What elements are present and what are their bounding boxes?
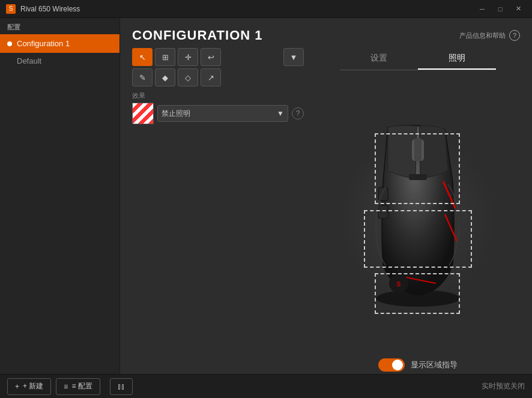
active-dot — [7, 41, 12, 46]
config-button[interactable]: ≡ ≡ 配置 — [56, 378, 100, 395]
sidebar: 配置 Configuration 1 Default — [0, 18, 120, 374]
effect-selector: 禁止照明 ▼ ? — [132, 103, 304, 124]
titlebar-left: S Rival 650 Wireless — [6, 4, 80, 14]
tab-bar: 设置 照明 — [340, 48, 496, 70]
effect-preview — [132, 103, 154, 124]
effect-dropdown-value: 禁止照明 — [162, 109, 190, 119]
scroll-wheel-inner — [414, 138, 422, 161]
maximize-button[interactable]: □ — [492, 3, 508, 15]
effect-stripe — [133, 103, 153, 124]
right-panel: 设置 照明 — [316, 48, 520, 374]
new-config-button[interactable]: + + 新建 — [7, 378, 51, 395]
crosshair-tool-button[interactable]: ✛ — [178, 48, 198, 66]
titlebar-controls: ─ □ ✕ — [474, 3, 526, 15]
side-button-forward — [378, 205, 388, 219]
region-indicator: 显示区域指导 — [378, 358, 458, 372]
content-area: CONFIGURATION 1 产品信息和帮助 ? ↖ ⊞ ✛ ↩ ▼ — [120, 18, 532, 374]
close-button[interactable]: ✕ — [510, 3, 526, 15]
main-layout: 配置 Configuration 1 Default CONFIGURATION… — [0, 18, 532, 374]
product-info-label: 产品信息和帮助 — [459, 31, 506, 40]
cursor-tool-button[interactable]: ↖ — [132, 48, 153, 66]
mouse-container: S — [316, 76, 520, 352]
region-label: 显示区域指导 — [411, 360, 458, 370]
mouse-svg: S — [352, 121, 484, 307]
effect-dropdown-arrow: ▼ — [277, 109, 284, 118]
effect-help-icon[interactable]: ? — [292, 107, 304, 119]
product-info-button[interactable]: 产品信息和帮助 ? — [459, 30, 520, 41]
sidebar-item-default[interactable]: Default — [0, 53, 119, 69]
effect-section: 效果 禁止照明 ▼ ? — [132, 91, 304, 124]
undo-button[interactable]: ↩ — [201, 48, 221, 66]
sidebar-section-label: 配置 — [0, 18, 119, 34]
toolbar-row1: ↖ ⊞ ✛ ↩ ▼ — [132, 48, 304, 66]
sensor — [410, 288, 426, 293]
logo-text: S — [396, 280, 401, 288]
content-header: CONFIGURATION 1 产品信息和帮助 ? — [120, 18, 532, 48]
new-config-icon: + — [15, 382, 19, 391]
config-label: ≡ 配置 — [71, 381, 92, 391]
tab-settings[interactable]: 设置 — [340, 48, 418, 70]
titlebar-title: Rival 650 Wireless — [20, 5, 80, 13]
sidebar-default-label: Default — [17, 56, 41, 65]
content-body: ↖ ⊞ ✛ ↩ ▼ ✎ ◆ ◇ ↗ 效果 — [120, 48, 532, 374]
dpi-icon: ⫿⫿ — [118, 382, 125, 391]
toggle-knob — [392, 360, 403, 370]
minimize-button[interactable]: ─ — [474, 3, 490, 15]
info-icon: ? — [509, 30, 520, 41]
bottom-bar: + + 新建 ≡ ≡ 配置 ⫿⫿ 实时预览关闭 — [0, 374, 532, 398]
outline-tool-button[interactable]: ◇ — [178, 68, 198, 86]
dpi-buttons — [409, 174, 427, 180]
titlebar: S Rival 650 Wireless ─ □ ✕ — [0, 0, 532, 18]
paint-tool-button[interactable]: ✎ — [132, 68, 153, 86]
grid-tool-button[interactable]: ⊞ — [155, 48, 175, 66]
new-config-label: + 新建 — [23, 381, 43, 391]
sidebar-item-label: Configuration 1 — [17, 39, 70, 48]
config-icon: ≡ — [64, 382, 68, 391]
page-title: CONFIGURATION 1 — [132, 28, 262, 43]
effect-label: 效果 — [132, 91, 304, 100]
sidebar-item-config1[interactable]: Configuration 1 — [0, 34, 119, 53]
toolbar-row2: ✎ ◆ ◇ ↗ — [132, 68, 304, 86]
tab-lighting[interactable]: 照明 — [418, 48, 496, 70]
left-panel: ↖ ⊞ ✛ ↩ ▼ ✎ ◆ ◇ ↗ 效果 — [132, 48, 304, 374]
toolbar-dropdown-button[interactable]: ▼ — [283, 48, 304, 66]
effect-dropdown[interactable]: 禁止照明 ▼ — [157, 105, 288, 122]
app-icon: S — [6, 4, 16, 14]
mouse-body: S — [352, 121, 484, 307]
region-toggle[interactable] — [378, 358, 405, 372]
dpi-button[interactable]: ⫿⫿ — [110, 378, 133, 395]
fill-tool-button[interactable]: ◆ — [155, 68, 175, 86]
arrow-tool-button[interactable]: ↗ — [201, 68, 221, 86]
realtime-label: 实时预览关闭 — [482, 381, 525, 391]
